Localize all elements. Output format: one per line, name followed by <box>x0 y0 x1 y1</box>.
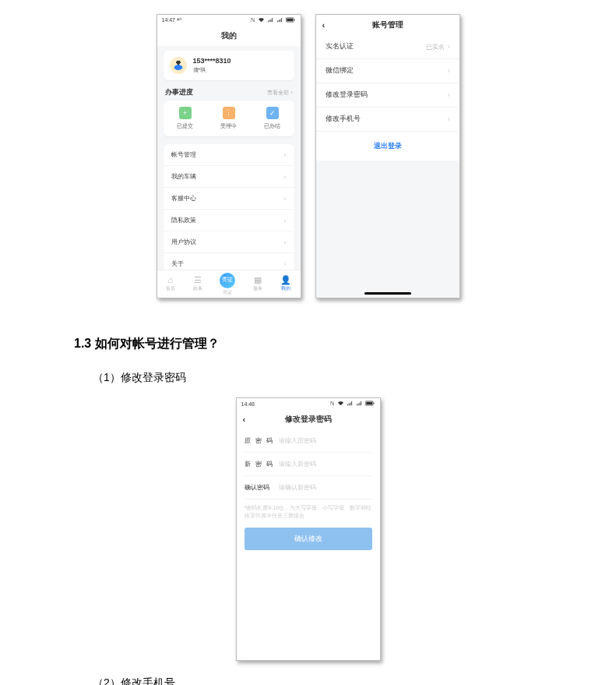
chevron-right-icon: › <box>448 115 450 123</box>
avatar-icon <box>170 57 187 74</box>
progress-header: 办事进度 查看全部 › <box>165 88 293 97</box>
row-phone[interactable]: 修改手机号 › <box>316 108 459 132</box>
menu-vehicle[interactable]: 我的车辆› <box>164 166 294 188</box>
phone-change-password: 14:48 ℕ ‹ 修改登录密码 原 密 码 请输入原密码 新 密 码 请输入新… <box>236 397 381 661</box>
progress-tiles: + 已提交 ⋮ 受理中 ✓ 已办结 <box>164 101 294 136</box>
tile-label: 已提交 <box>177 122 193 130</box>
profile-body: 153****8310 蒲*琪 办事进度 查看全部 › + 已提交 ⋮ 受理中 … <box>157 46 301 270</box>
menu-list: 帐号管理› 我的车辆› 客服中心› 隐私政策› 用户协议› 关于› <box>164 144 294 270</box>
nfc-icon: ℕ <box>330 401 335 407</box>
signal-icon <box>267 17 274 23</box>
signal-icon-2 <box>276 17 283 23</box>
list-icon: ⋮ <box>223 107 235 119</box>
progress-more[interactable]: 查看全部 › <box>267 89 292 97</box>
chevron-right-icon: › <box>448 43 450 51</box>
menu-about[interactable]: 关于› <box>164 253 294 270</box>
user-name: 蒲*琪 <box>193 66 231 74</box>
chevron-right-icon: › <box>284 173 287 181</box>
user-card[interactable]: 153****8310 蒲*琪 <box>164 51 294 80</box>
svg-rect-4 <box>366 402 372 405</box>
field-confirm-password[interactable]: 确认密码 请确认新密码 <box>245 476 372 500</box>
page-title: 账号管理 <box>322 19 453 30</box>
gov-icon: ☰ <box>194 276 202 284</box>
home-indicator <box>364 292 411 295</box>
check-icon: ✓ <box>266 107 279 119</box>
wifi-icon <box>258 17 265 23</box>
tile-label: 受理中 <box>220 122 237 130</box>
wifi-icon <box>337 401 344 407</box>
menu-account[interactable]: 帐号管理› <box>164 144 294 166</box>
page-title: 我的 <box>157 26 301 46</box>
license-icon: 亮证 <box>220 273 235 288</box>
tile-submitted[interactable]: + 已提交 <box>164 107 207 130</box>
svg-rect-2 <box>294 19 294 21</box>
phone-profile: 14:47 ⁴ᴳ ℕ 我的 <box>157 14 301 298</box>
heading-1-3: 1.3 如何对帐号进行管理？ <box>74 336 542 352</box>
battery-icon <box>365 401 375 407</box>
menu-service[interactable]: 客服中心› <box>164 188 294 210</box>
field-new-password[interactable]: 新 密 码 请输入新密码 <box>245 453 372 476</box>
chevron-right-icon: › <box>284 217 287 224</box>
menu-agreement[interactable]: 用户协议› <box>164 231 294 253</box>
form-body: 原 密 码 请输入原密码 新 密 码 请输入新密码 确认密码 请确认新密码 *密… <box>237 429 380 660</box>
tile-label: 已办结 <box>264 122 280 130</box>
tab-service[interactable]: ▦服务 <box>253 276 262 292</box>
progress-title: 办事进度 <box>165 88 193 97</box>
field-label: 原 密 码 <box>245 436 279 445</box>
person-icon: 👤 <box>280 276 291 284</box>
page-header: ‹ 修改登录密码 <box>237 409 380 429</box>
user-phone: 153****8310 <box>193 57 231 65</box>
status-text: 已实名 <box>426 44 445 51</box>
field-placeholder: 请输入新密码 <box>279 460 316 468</box>
field-label: 新 密 码 <box>245 460 279 468</box>
tab-mine[interactable]: 👤我的 <box>280 276 291 292</box>
plus-icon: + <box>179 107 192 119</box>
chevron-right-icon: › <box>448 91 450 99</box>
page-title: 修改登录密码 <box>243 414 374 425</box>
tile-processing[interactable]: ⋮ 受理中 <box>207 107 251 130</box>
phone-account-mgmt: ‹ 账号管理 实名认证 已实名› 微信绑定 › 修改登录密码 › 修改手机号 <box>315 14 460 298</box>
status-time: 14:48 <box>241 401 255 407</box>
svg-rect-1 <box>287 19 293 22</box>
status-icons: ℕ <box>251 17 296 23</box>
menu-privacy[interactable]: 隐私政策› <box>164 210 294 231</box>
password-hint: *密码长度8-16位，为大写字母、小写字母、数字和特殊字符其中任意三类组合 <box>245 504 372 520</box>
settings-list: 实名认证 已实名› 微信绑定 › 修改登录密码 › 修改手机号 › <box>316 35 459 132</box>
signal-icon-2 <box>356 401 363 407</box>
chevron-right-icon: › <box>284 195 287 203</box>
tab-bar: ⌂首页 ☰政务 亮证亮证 ▦服务 👤我的 <box>157 270 301 298</box>
field-placeholder: 请输入原密码 <box>279 436 316 445</box>
page-header: ‹ 账号管理 <box>316 15 459 35</box>
row-realname[interactable]: 实名认证 已实名› <box>316 35 459 59</box>
empty-area <box>316 161 459 292</box>
status-bar: 14:47 ⁴ᴳ ℕ <box>157 15 301 26</box>
tile-done[interactable]: ✓ 已办结 <box>251 107 294 130</box>
step-2: （2）修改手机号 <box>93 676 542 685</box>
tab-license[interactable]: 亮证亮证 <box>220 273 235 296</box>
nfc-icon: ℕ <box>251 17 255 23</box>
tab-home[interactable]: ⌂首页 <box>166 276 175 292</box>
status-bar: 14:48 ℕ <box>237 398 380 409</box>
tab-gov[interactable]: ☰政务 <box>193 276 202 292</box>
grid-icon: ▦ <box>254 276 262 284</box>
chevron-right-icon: › <box>284 151 287 159</box>
row-wechat[interactable]: 微信绑定 › <box>316 59 459 83</box>
chevron-right-icon: › <box>284 238 287 246</box>
home-icon: ⌂ <box>168 276 174 284</box>
battery-icon <box>286 17 296 23</box>
signal-icon <box>347 401 354 407</box>
logout-button[interactable]: 退出登录 <box>316 132 459 161</box>
row-password[interactable]: 修改登录密码 › <box>316 83 459 108</box>
field-placeholder: 请确认新密码 <box>279 483 316 492</box>
chevron-right-icon: › <box>284 260 287 268</box>
svg-rect-5 <box>373 403 374 404</box>
status-icons: ℕ <box>330 401 375 407</box>
confirm-button[interactable]: 确认修改 <box>245 528 372 550</box>
field-label: 确认密码 <box>245 483 279 492</box>
field-old-password[interactable]: 原 密 码 请输入原密码 <box>245 429 372 453</box>
status-time: 14:47 ⁴ᴳ <box>162 17 181 23</box>
step-1: （1）修改登录密码 <box>93 371 542 385</box>
chevron-right-icon: › <box>448 67 450 75</box>
